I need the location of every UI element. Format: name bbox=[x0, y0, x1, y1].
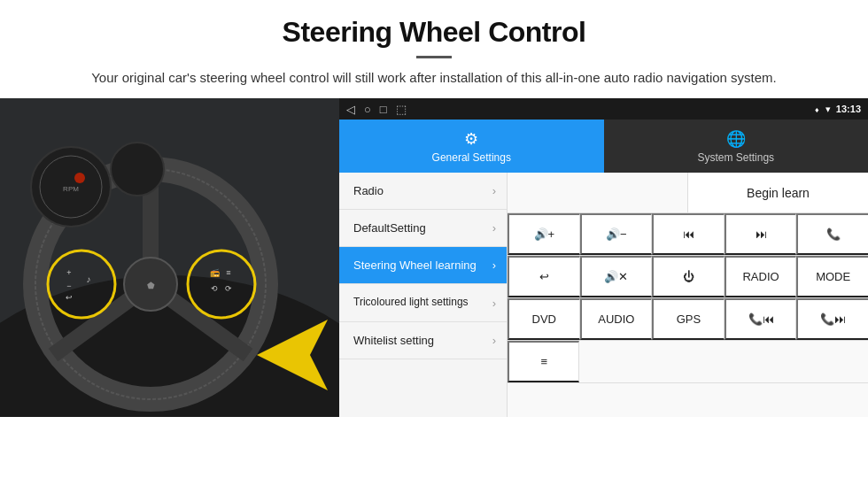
menu-item-default-setting[interactable]: DefaultSetting › bbox=[339, 210, 507, 247]
menu-item-radio[interactable]: Radio › bbox=[339, 173, 507, 210]
svg-text:⟳: ⟳ bbox=[225, 284, 232, 293]
return-button[interactable]: ↩ bbox=[508, 256, 580, 297]
list-icon: ≡ bbox=[540, 355, 547, 368]
menu-whitelist-label: Whitelist setting bbox=[353, 334, 434, 347]
svg-text:📻: 📻 bbox=[210, 267, 221, 278]
power-button[interactable]: ⏻ bbox=[652, 256, 725, 297]
tab-general-settings[interactable]: ⚙ General Settings bbox=[339, 120, 604, 173]
chevron-right-icon: › bbox=[492, 297, 496, 310]
panel-row-5: ≡ bbox=[508, 341, 868, 383]
tab-system-label: System Settings bbox=[697, 151, 774, 164]
mode-label: MODE bbox=[816, 270, 850, 283]
dvd-label: DVD bbox=[532, 312, 556, 326]
empty-display bbox=[508, 173, 688, 212]
list-button[interactable]: ≡ bbox=[508, 341, 579, 382]
status-bar: ◁ ○ □ ⬚ ⬧ ▾ 13:13 bbox=[339, 98, 868, 120]
svg-text:≡: ≡ bbox=[226, 268, 230, 277]
svg-text:↩: ↩ bbox=[66, 293, 73, 302]
title-divider bbox=[416, 56, 452, 58]
tab-system-settings[interactable]: 🌐 System Settings bbox=[604, 120, 869, 173]
volume-down-icon: 🔊− bbox=[606, 228, 627, 241]
svg-point-23 bbox=[111, 143, 164, 196]
svg-text:+: + bbox=[66, 268, 71, 277]
panel-row-1: Begin learn bbox=[508, 173, 868, 213]
back-nav-icon[interactable]: ◁ bbox=[346, 103, 355, 116]
status-icons: ⬧ ▾ 13:13 bbox=[814, 104, 861, 115]
volume-up-icon: 🔊+ bbox=[534, 228, 555, 241]
volume-down-button[interactable]: 🔊− bbox=[580, 213, 653, 255]
content-row: ⬟ + − ↩ ♪ 📻 ≡ ⟲ ⟳ RPM bbox=[0, 98, 868, 417]
menu-steering-label: Steering Wheel learning bbox=[353, 258, 477, 272]
phone-prev-icon: 📞⏮ bbox=[748, 312, 774, 326]
page-header: Steering Wheel Control Your original car… bbox=[0, 0, 868, 98]
svg-text:−: − bbox=[66, 282, 71, 290]
left-menu: Radio › DefaultSetting › Steering Wheel … bbox=[339, 173, 508, 417]
phone-button[interactable]: 📞 bbox=[796, 213, 868, 255]
mute-icon: 🔊✕ bbox=[604, 270, 628, 283]
svg-text:⟲: ⟲ bbox=[211, 284, 218, 293]
radio-label: RADIO bbox=[742, 270, 779, 283]
svg-text:⬟: ⬟ bbox=[147, 281, 155, 290]
home-nav-icon[interactable]: ○ bbox=[364, 103, 371, 116]
gps-button[interactable]: GPS bbox=[652, 298, 725, 340]
phone-next-icon: 📞⏭ bbox=[820, 312, 846, 326]
globe-icon: 🌐 bbox=[726, 129, 746, 149]
android-ui: ◁ ○ □ ⬚ ⬧ ▾ 13:13 ⚙ General Settings 🌐 S… bbox=[339, 98, 868, 417]
dvd-button[interactable]: DVD bbox=[508, 298, 580, 340]
next-track-button[interactable]: ⏭ bbox=[725, 213, 797, 255]
chevron-right-icon: › bbox=[492, 334, 496, 347]
screenshot-nav-icon[interactable]: ⬚ bbox=[396, 103, 407, 116]
time-display: 13:13 bbox=[836, 104, 861, 114]
tab-general-label: General Settings bbox=[432, 151, 511, 164]
menu-default-label: DefaultSetting bbox=[353, 221, 426, 235]
menu-radio-label: Radio bbox=[353, 184, 384, 197]
chevron-right-icon: › bbox=[492, 258, 496, 272]
phone-prev-button[interactable]: 📞⏮ bbox=[725, 298, 797, 340]
volume-up-button[interactable]: 🔊+ bbox=[508, 213, 580, 255]
begin-learn-button[interactable]: Begin learn bbox=[688, 173, 868, 212]
gps-label: GPS bbox=[677, 312, 701, 326]
gear-icon: ⚙ bbox=[464, 129, 478, 149]
panel-row-3: ↩ 🔊✕ ⏻ RADIO MODE bbox=[508, 256, 868, 298]
mute-button[interactable]: 🔊✕ bbox=[580, 256, 653, 297]
menu-tricoloured-label: Tricoloured light settings bbox=[353, 296, 469, 310]
page-subtitle: Your original car's steering wheel contr… bbox=[53, 67, 815, 88]
next-track-icon: ⏭ bbox=[756, 228, 767, 241]
right-panel: Begin learn 🔊+ 🔊− ⏮ ⏭ bbox=[508, 173, 868, 417]
chevron-right-icon: › bbox=[492, 221, 496, 235]
nav-buttons: ◁ ○ □ ⬚ bbox=[346, 103, 407, 116]
power-icon: ⏻ bbox=[683, 270, 694, 283]
phone-icon: 📞 bbox=[826, 228, 841, 241]
page-title: Steering Wheel Control bbox=[53, 16, 815, 49]
wifi-icon: ▾ bbox=[825, 104, 831, 115]
car-image: ⬟ + − ↩ ♪ 📻 ≡ ⟲ ⟳ RPM bbox=[0, 98, 339, 417]
menu-item-whitelist[interactable]: Whitelist setting › bbox=[339, 322, 507, 359]
phone-next-button[interactable]: 📞⏭ bbox=[796, 298, 868, 340]
panel-row-4: DVD AUDIO GPS 📞⏮ 📞⏭ bbox=[508, 298, 868, 341]
audio-button[interactable]: AUDIO bbox=[580, 298, 653, 340]
main-area: Radio › DefaultSetting › Steering Wheel … bbox=[339, 173, 868, 417]
svg-text:♪: ♪ bbox=[87, 274, 91, 284]
prev-track-button[interactable]: ⏮ bbox=[652, 213, 725, 255]
prev-track-icon: ⏮ bbox=[683, 228, 694, 241]
recent-nav-icon[interactable]: □ bbox=[380, 103, 387, 116]
radio-button[interactable]: RADIO bbox=[725, 256, 797, 297]
tab-bar: ⚙ General Settings 🌐 System Settings bbox=[339, 120, 868, 173]
chevron-right-icon: › bbox=[492, 184, 496, 197]
menu-item-tricoloured[interactable]: Tricoloured light settings › bbox=[339, 284, 507, 322]
svg-point-22 bbox=[74, 173, 85, 183]
location-icon: ⬧ bbox=[814, 104, 820, 114]
mode-button[interactable]: MODE bbox=[796, 256, 868, 297]
return-icon: ↩ bbox=[539, 270, 549, 283]
panel-row-2: 🔊+ 🔊− ⏮ ⏭ 📞 bbox=[508, 213, 868, 256]
audio-label: AUDIO bbox=[598, 312, 634, 326]
menu-item-steering-wheel[interactable]: Steering Wheel learning › bbox=[339, 247, 507, 284]
svg-text:RPM: RPM bbox=[63, 185, 79, 193]
